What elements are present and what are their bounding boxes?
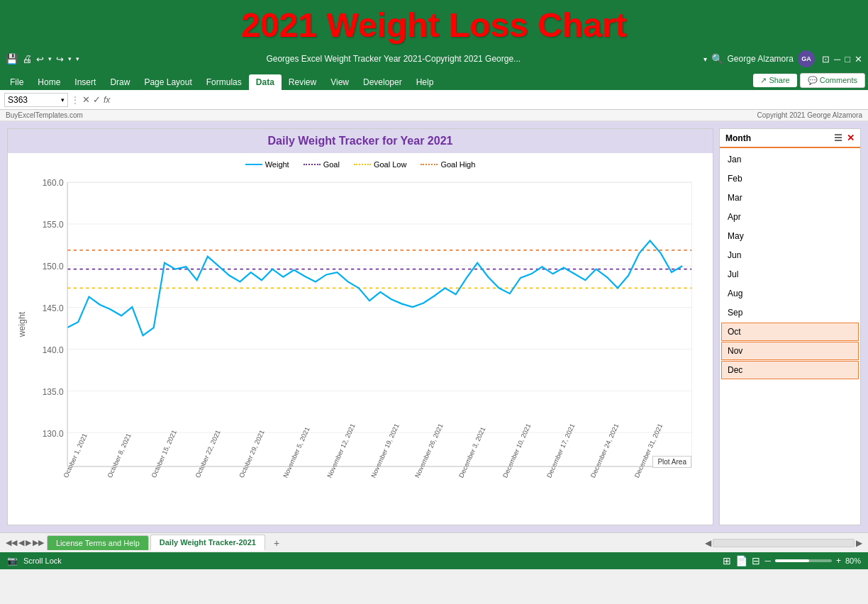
tab-developer[interactable]: Developer (356, 74, 409, 90)
legend-goal-low: Goal Low (354, 160, 406, 169)
svg-rect-0 (67, 182, 691, 466)
title-banner: 2021 Weight Loss Chart (0, 0, 868, 47)
minimize-icon[interactable]: ─ (834, 54, 840, 65)
zoom-in-icon[interactable]: + (836, 556, 841, 566)
tab-view[interactable]: View (323, 74, 356, 90)
slicer-item-jul[interactable]: Jul (721, 265, 859, 284)
tab-help[interactable]: Help (409, 74, 441, 90)
tab-formulas[interactable]: Formulas (199, 74, 249, 90)
quick-access-toolbar: 💾 🖨 ↩ ▾ ↪ ▾ ▾ (6, 53, 79, 65)
page-break-icon[interactable]: ⊟ (752, 555, 760, 566)
main-title: 2021 Weight Loss Chart (0, 6, 868, 45)
tab-draw[interactable]: Draw (103, 74, 137, 90)
maximize-icon[interactable]: □ (845, 54, 850, 65)
tab-review[interactable]: Review (282, 74, 323, 90)
slicer-item-sep[interactable]: Sep (721, 303, 859, 322)
legend-weight: Weight (245, 160, 289, 169)
insert-function-icon[interactable]: fx (104, 95, 110, 105)
print-preview-icon[interactable]: 🖨 (22, 53, 32, 65)
horizontal-scrollbar[interactable] (713, 539, 855, 547)
share-button[interactable]: ↗ Share (753, 74, 796, 87)
slicer-item-jun[interactable]: Jun (721, 246, 859, 264)
scroll-left-btn[interactable]: ◀ (705, 538, 711, 548)
sheet-nav-left[interactable]: ◀◀◀▶▶▶ (3, 538, 47, 547)
add-sheet-button[interactable]: + (268, 536, 285, 550)
save-icon[interactable]: 💾 (6, 53, 18, 65)
redo-icon[interactable]: ↪ (56, 54, 64, 65)
normal-view-icon[interactable]: ⊞ (723, 555, 731, 566)
slicer-header: Month ☰ ✕ (720, 129, 860, 148)
scroll-right-area: ◀ ▶ (702, 538, 865, 548)
dropdown-icon[interactable]: ▾ (703, 55, 707, 63)
slicer-item-aug[interactable]: Aug (721, 284, 859, 303)
slicer-items: JanFebMarAprMayJunJulAugSepOctNovDec (720, 148, 860, 525)
svg-text:130.0: 130.0 (43, 429, 64, 439)
svg-text:150.0: 150.0 (43, 262, 64, 272)
scroll-lock-label: Scroll Lock (23, 557, 62, 565)
chart-container: Daily Weight Tracker for Year 2021 Weigh… (7, 128, 713, 525)
slicer-item-may[interactable]: May (721, 227, 859, 245)
slicer-item-mar[interactable]: Mar (721, 189, 859, 207)
tab-page-layout[interactable]: Page Layout (137, 74, 199, 90)
slicer-clear-icon[interactable]: ✕ (847, 133, 855, 143)
svg-text:155.0: 155.0 (43, 219, 64, 229)
svg-text:135.0: 135.0 (43, 387, 64, 397)
name-box[interactable]: S363 ▾ (4, 93, 68, 107)
status-bar: 📷 Scroll Lock ⊞ 📄 ⊟ ─ + 80% (0, 552, 868, 569)
slicer-item-oct[interactable]: Oct (721, 323, 859, 341)
tab-insert[interactable]: Insert (67, 74, 103, 90)
tab-file[interactable]: File (3, 74, 30, 90)
formula-input[interactable] (113, 94, 864, 106)
watermark-right: Copyright 2021 George Alzamora (757, 111, 862, 119)
title-text: Georges Excel Weight Tracker Year 2021-C… (88, 54, 699, 64)
svg-text:140.0: 140.0 (43, 345, 64, 355)
chart-svg-container[interactable]: 160.0 155.0 150.0 145.0 140.0 135.0 130.… (13, 174, 707, 522)
cancel-formula-icon[interactable]: ✕ (82, 94, 90, 105)
page-layout-icon[interactable]: 📄 (735, 555, 747, 566)
zoom-level: 80% (845, 557, 861, 565)
slicer-item-dec[interactable]: Dec (721, 361, 859, 379)
sheet-tabs-bar: ◀◀◀▶▶▶ License Terms and Help Daily Weig… (0, 532, 868, 552)
search-icon[interactable]: 🔍 (711, 53, 723, 65)
comments-button[interactable]: 💬 Comments (800, 73, 865, 88)
slicer-header-icons: ☰ ✕ (834, 133, 855, 143)
chart-area[interactable]: Weight Goal Goal Low Goal High (8, 153, 713, 525)
main-content: Daily Weight Tracker for Year 2021 Weigh… (0, 121, 868, 532)
chart-legend: Weight Goal Goal Low Goal High (13, 157, 707, 174)
confirm-formula-icon[interactable]: ✓ (93, 94, 101, 105)
chart-title: Daily Weight Tracker for Year 2021 (8, 129, 713, 153)
restore-icon[interactable]: ⊡ (822, 54, 830, 65)
slicer-item-apr[interactable]: Apr (721, 208, 859, 226)
zoom-out-icon[interactable]: ─ (764, 556, 771, 566)
scroll-right-btn[interactable]: ▶ (856, 538, 862, 548)
sheet-tab-license[interactable]: License Terms and Help (47, 535, 149, 550)
redo-dropdown-icon[interactable]: ▾ (68, 55, 72, 62)
tab-data[interactable]: Data (249, 74, 282, 90)
sheet-tab-daily[interactable]: Daily Weight Tracker-2021 (150, 535, 265, 551)
slicer-item-feb[interactable]: Feb (721, 169, 859, 188)
close-icon[interactable]: ✕ (855, 54, 862, 65)
watermark-bar: BuyExcelTemplates.com Copyright 2021 Geo… (0, 110, 868, 121)
slicer-item-jan[interactable]: Jan (721, 150, 859, 169)
avatar[interactable]: GA (798, 50, 815, 67)
slicer-multiselect-icon[interactable]: ☰ (834, 133, 842, 143)
chart-svg: 160.0 155.0 150.0 145.0 140.0 135.0 130.… (13, 174, 707, 522)
legend-goal: Goal (304, 160, 340, 169)
zoom-slider[interactable] (775, 559, 832, 562)
excel-titlebar: 💾 🖨 ↩ ▾ ↪ ▾ ▾ Georges Excel Weight Track… (0, 47, 868, 70)
status-view-icons: ⊞ 📄 ⊟ ─ + 80% (723, 555, 861, 566)
tab-home[interactable]: Home (30, 74, 67, 90)
customize-icon[interactable]: ▾ (76, 55, 79, 62)
slicer-item-nov[interactable]: Nov (721, 342, 859, 360)
undo-dropdown-icon[interactable]: ▾ (48, 55, 52, 62)
formula-bar-dots: ⋮ (71, 95, 79, 105)
scroll-lock-status: 📷 (7, 556, 18, 566)
legend-goal-high: Goal High (421, 160, 475, 169)
svg-text:weight: weight (17, 311, 27, 337)
user-name: George Alzamora (728, 54, 794, 64)
month-slicer: Month ☰ ✕ JanFebMarAprMayJunJulAugSepOct… (719, 128, 861, 525)
svg-text:160.0: 160.0 (43, 177, 64, 187)
undo-icon[interactable]: ↩ (36, 54, 44, 65)
svg-text:145.0: 145.0 (43, 303, 64, 313)
name-box-dropdown[interactable]: ▾ (61, 96, 65, 104)
